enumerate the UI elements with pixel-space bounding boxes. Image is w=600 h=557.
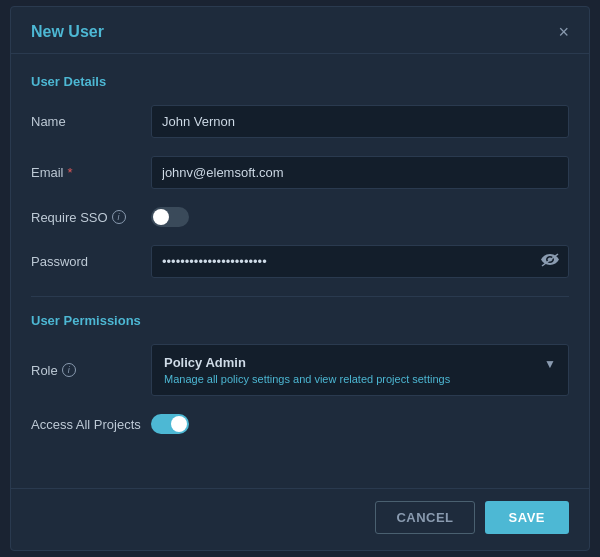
require-sso-row: Require SSO i [31,207,569,227]
modal-body: User Details Name Email* Require SSO i [11,54,589,468]
password-label: Password [31,254,151,269]
role-description: Manage all policy settings and view rela… [164,373,450,385]
name-row: Name [31,105,569,138]
toggle-track-sso[interactable] [151,207,189,227]
password-row: Password [31,245,569,278]
modal-title: New User [31,23,104,41]
cancel-button[interactable]: CANCEL [375,501,474,534]
modal-footer: CANCEL SAVE [11,488,589,550]
require-sso-info-icon[interactable]: i [112,210,126,224]
section-divider [31,296,569,297]
require-sso-label: Require SSO i [31,210,151,225]
user-details-section-title: User Details [31,74,569,89]
access-all-projects-toggle[interactable] [151,414,189,434]
role-label: Role i [31,363,151,378]
access-all-projects-row: Access All Projects [31,414,569,434]
required-indicator: * [68,165,73,180]
save-button[interactable]: SAVE [485,501,569,534]
name-input[interactable] [151,105,569,138]
new-user-modal: New User × User Details Name Email* Requ… [10,6,590,551]
eye-icon[interactable] [541,253,559,271]
dropdown-arrow-icon: ▼ [544,357,556,371]
require-sso-toggle[interactable] [151,207,189,227]
role-dropdown-header: Policy Admin Manage all policy settings … [164,355,556,385]
email-row: Email* [31,156,569,189]
email-input[interactable] [151,156,569,189]
access-all-projects-label: Access All Projects [31,417,151,432]
role-content: Policy Admin Manage all policy settings … [164,355,450,385]
password-wrapper [151,245,569,278]
toggle-thumb-sso [153,209,169,225]
role-info-icon[interactable]: i [62,363,76,377]
role-name: Policy Admin [164,355,450,370]
role-row: Role i Policy Admin Manage all policy se… [31,344,569,396]
close-button[interactable]: × [558,23,569,41]
email-label: Email* [31,165,151,180]
name-label: Name [31,114,151,129]
toggle-track-access[interactable] [151,414,189,434]
password-input[interactable] [151,245,569,278]
modal-header: New User × [11,7,589,54]
role-dropdown[interactable]: Policy Admin Manage all policy settings … [151,344,569,396]
user-permissions-section-title: User Permissions [31,313,569,328]
toggle-thumb-access [171,416,187,432]
